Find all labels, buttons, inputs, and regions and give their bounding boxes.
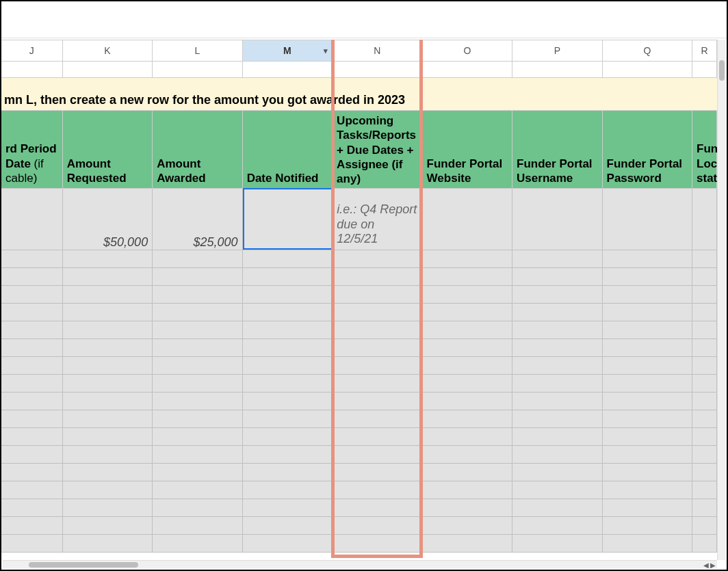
- cell-N-5[interactable]: [333, 304, 422, 321]
- cell-L-4[interactable]: [153, 286, 242, 303]
- column-header-M[interactable]: M▾: [243, 40, 333, 61]
- cell-R-18[interactable]: [692, 535, 717, 552]
- horizontal-scrollbar-thumb[interactable]: [29, 562, 138, 568]
- cell-N-1[interactable]: i.e.: Q4 Report due on 12/5/21: [333, 189, 422, 250]
- cell-J-4[interactable]: [1, 286, 63, 303]
- data-row[interactable]: [1, 321, 717, 339]
- data-row[interactable]: [1, 357, 717, 375]
- cell-J-18[interactable]: [1, 535, 63, 552]
- cell-O-6[interactable]: [423, 321, 512, 338]
- cell-L-5[interactable]: [153, 304, 242, 321]
- cell-Q-17[interactable]: [603, 517, 692, 534]
- data-row[interactable]: [1, 428, 717, 446]
- instruction-banner-row[interactable]: mn L, then create a new row for the amou…: [1, 78, 717, 111]
- cell-blank-R[interactable]: [692, 62, 717, 77]
- cell-Q-1[interactable]: [603, 189, 692, 250]
- cell-N-7[interactable]: [333, 339, 422, 356]
- cell-O-5[interactable]: [423, 304, 512, 321]
- cell-blank-K[interactable]: [63, 62, 153, 77]
- column-header-K[interactable]: K: [63, 40, 153, 61]
- data-row[interactable]: [1, 410, 717, 428]
- cell-Q-11[interactable]: [603, 410, 692, 427]
- cell-M-18[interactable]: [243, 535, 333, 552]
- cell-K-13[interactable]: [63, 446, 153, 463]
- vertical-scrollbar[interactable]: [717, 40, 725, 560]
- cell-N-9[interactable]: [333, 375, 422, 392]
- cell-P-13[interactable]: [512, 446, 602, 463]
- data-row[interactable]: [1, 517, 717, 535]
- blank-spacer-row[interactable]: [1, 62, 717, 78]
- cell-O-1[interactable]: [423, 189, 512, 250]
- cell-L-1[interactable]: $25,000: [153, 189, 242, 250]
- cell-K-7[interactable]: [63, 339, 153, 356]
- cell-M-9[interactable]: [243, 375, 333, 392]
- cell-Q-15[interactable]: [603, 481, 692, 499]
- cell-L-17[interactable]: [153, 517, 242, 534]
- cell-R-8[interactable]: [692, 357, 717, 374]
- column-label-O[interactable]: Funder Portal Website: [423, 111, 512, 188]
- cell-K-9[interactable]: [63, 375, 153, 392]
- cell-P-4[interactable]: [512, 286, 602, 303]
- cell-J-7[interactable]: [1, 339, 63, 356]
- cell-Q-12[interactable]: [603, 428, 692, 445]
- cell-L-3[interactable]: [153, 268, 242, 285]
- data-row[interactable]: [1, 286, 717, 304]
- cell-N-12[interactable]: [333, 428, 422, 445]
- data-row[interactable]: [1, 535, 717, 553]
- cell-M-12[interactable]: [243, 428, 333, 445]
- cell-N-11[interactable]: [333, 410, 422, 427]
- cell-L-16[interactable]: [153, 499, 242, 516]
- cell-N-2[interactable]: [333, 250, 422, 267]
- column-label-R[interactable]: Funder Location state: [692, 111, 717, 188]
- cell-L-18[interactable]: [153, 535, 242, 552]
- column-label-N[interactable]: Upcoming Tasks/Reports + Due Dates + Ass…: [333, 111, 422, 188]
- cell-R-2[interactable]: [692, 250, 717, 267]
- cell-J-6[interactable]: [1, 321, 63, 338]
- cell-P-14[interactable]: [512, 464, 602, 481]
- cell-L-12[interactable]: [153, 428, 242, 445]
- cell-R-16[interactable]: [692, 499, 717, 516]
- cell-R-15[interactable]: [692, 481, 717, 499]
- data-row[interactable]: [1, 250, 717, 268]
- cell-M-1[interactable]: [243, 189, 333, 250]
- cell-N-15[interactable]: [333, 481, 422, 499]
- cell-M-3[interactable]: [243, 268, 333, 285]
- cell-blank-Q[interactable]: [603, 62, 693, 77]
- cell-K-4[interactable]: [63, 286, 153, 303]
- cell-O-17[interactable]: [423, 517, 512, 534]
- cell-O-18[interactable]: [423, 535, 512, 552]
- cell-K-2[interactable]: [63, 250, 153, 267]
- cell-M-5[interactable]: [243, 304, 333, 321]
- cell-blank-P[interactable]: [512, 62, 603, 77]
- cell-R-7[interactable]: [692, 339, 717, 356]
- cell-P-5[interactable]: [512, 304, 602, 321]
- cell-M-13[interactable]: [243, 446, 333, 463]
- cell-L-7[interactable]: [153, 339, 242, 356]
- cell-O-11[interactable]: [423, 410, 512, 427]
- cell-L-2[interactable]: [153, 250, 242, 267]
- data-row[interactable]: [1, 339, 717, 357]
- cell-M-16[interactable]: [243, 499, 333, 516]
- cell-O-15[interactable]: [423, 481, 512, 499]
- cell-O-10[interactable]: [423, 393, 512, 410]
- cell-Q-4[interactable]: [603, 286, 692, 303]
- cell-O-12[interactable]: [423, 428, 512, 445]
- data-row[interactable]: [1, 446, 717, 464]
- data-row[interactable]: [1, 268, 717, 286]
- cell-N-3[interactable]: [333, 268, 422, 285]
- cell-R-6[interactable]: [692, 321, 717, 338]
- cell-Q-7[interactable]: [603, 339, 692, 356]
- scroll-left-icon[interactable]: ◀: [703, 561, 709, 569]
- cell-L-9[interactable]: [153, 375, 242, 392]
- column-label-K[interactable]: Amount Requested: [63, 111, 153, 188]
- data-row[interactable]: [1, 375, 717, 393]
- cell-L-15[interactable]: [153, 481, 242, 499]
- cell-K-3[interactable]: [63, 268, 153, 285]
- column-label-L[interactable]: Amount Awarded: [153, 111, 242, 188]
- cell-J-12[interactable]: [1, 428, 63, 445]
- column-label-J[interactable]: rd Period Date (if cable): [1, 111, 63, 188]
- cell-P-3[interactable]: [512, 268, 602, 285]
- cell-M-17[interactable]: [243, 517, 333, 534]
- chevron-down-icon[interactable]: ▾: [324, 47, 328, 55]
- cell-blank-J[interactable]: [1, 62, 63, 77]
